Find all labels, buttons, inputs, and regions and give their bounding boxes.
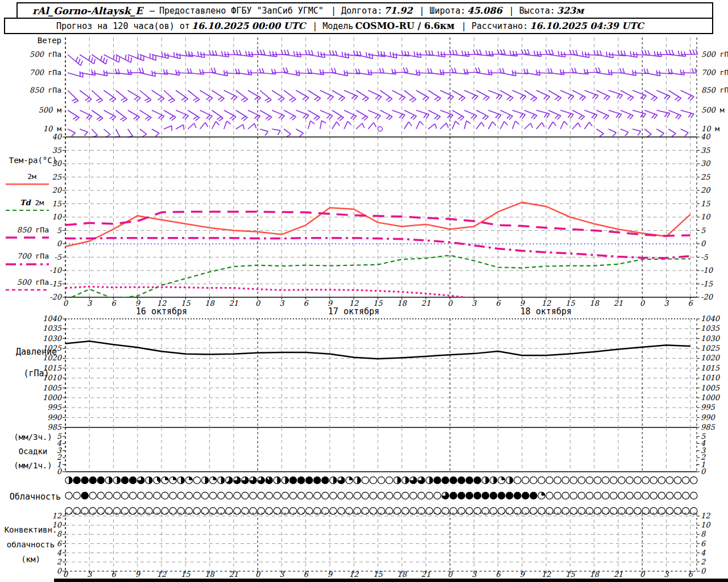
svg-text:2: 2 [701, 558, 706, 566]
svg-text:0: 0 [255, 570, 261, 579]
svg-text:6: 6 [57, 539, 63, 548]
svg-text:30: 30 [701, 159, 711, 168]
svg-text:990: 990 [701, 413, 716, 422]
svg-text:15: 15 [373, 570, 383, 579]
svg-text:9: 9 [328, 570, 333, 579]
svg-text:700 гПа: 700 гПа [701, 68, 728, 77]
svg-text:1005: 1005 [701, 384, 720, 392]
svg-text:-10: -10 [701, 266, 714, 275]
svg-text:850 гПа: 850 гПа [30, 86, 61, 94]
svg-text:1000: 1000 [43, 393, 63, 402]
svg-text:-5: -5 [54, 253, 61, 261]
calculated-label: Рассчитано: [471, 21, 528, 31]
svg-text:Облачность: Облачность [10, 492, 61, 502]
bottom-x-axis: 036912151821036912151821036912151821036 [54, 570, 728, 582]
svg-text:-5: -5 [701, 253, 708, 261]
svg-text:(мм/3ч.): (мм/3ч.) [14, 433, 52, 442]
svg-text:10: 10 [701, 213, 711, 221]
svg-text:21: 21 [614, 299, 623, 307]
meteogram-page: Ветер500 гПа500 гПа700 гПа700 гПа850 гПа… [0, 0, 728, 582]
svg-text:985: 985 [701, 423, 715, 431]
svg-text:21: 21 [614, 570, 623, 579]
svg-text:8: 8 [701, 530, 706, 538]
svg-text:6: 6 [701, 539, 706, 548]
separator: | [504, 6, 519, 16]
model-label: Модель [322, 21, 353, 31]
svg-text:500 гПа: 500 гПа [30, 50, 61, 59]
temperature-x-axis: 0369121518210369121518210369121518210361… [63, 299, 694, 317]
altitude-value: 323м [555, 5, 585, 16]
svg-text:0: 0 [255, 299, 261, 307]
svg-text:500 м: 500 м [701, 106, 725, 114]
wind-panel: Ветер500 гПа500 гПа700 гПа700 гПа850 гПа… [30, 36, 728, 136]
svg-text:0: 0 [57, 467, 63, 476]
bottom-bar [54, 579, 728, 582]
svg-text:10 м: 10 м [701, 124, 719, 133]
svg-text:21: 21 [229, 570, 239, 579]
precipitation-panel: 554433221100(мм/3ч.)Осадки(мм/1ч.) [14, 427, 706, 476]
svg-text:1025: 1025 [701, 344, 720, 352]
pressure-panel: 1040104010351035103010301025102510201020… [16, 314, 721, 431]
svg-text:995: 995 [47, 403, 62, 411]
svg-text:1020: 1020 [701, 354, 721, 362]
svg-text:1000: 1000 [701, 393, 721, 402]
svg-text:17 октября: 17 октября [328, 306, 379, 317]
header-row-station: rAl_Gorno-Altaysk_E — Предоставлено ФГБУ… [16, 2, 713, 19]
svg-text:6: 6 [496, 299, 502, 307]
svg-text:3: 3 [664, 299, 669, 307]
svg-text:850 гПа: 850 гПа [17, 226, 49, 234]
svg-text:20: 20 [52, 186, 62, 194]
svg-text:2м: 2м [27, 172, 36, 181]
svg-text:25: 25 [52, 173, 61, 181]
wind-barbs-row [68, 120, 688, 137]
meteogram-chart: Ветер500 гПа500 гПа700 гПа700 гПа850 гПа… [0, 0, 728, 582]
svg-text:1005: 1005 [43, 384, 62, 392]
svg-text:1030: 1030 [701, 334, 721, 343]
separator: | [414, 6, 429, 16]
cloud-row [65, 492, 697, 499]
series-500 гПа [65, 286, 474, 298]
svg-text:(мм/1ч.): (мм/1ч.) [14, 461, 52, 470]
cloudiness-panel: Облачность [10, 492, 61, 502]
svg-text:10: 10 [701, 521, 711, 529]
svg-text:25: 25 [701, 173, 710, 181]
svg-text:12: 12 [541, 570, 551, 579]
svg-text:16 октября: 16 октября [136, 306, 187, 317]
svg-text:20: 20 [701, 186, 711, 194]
svg-text:1015: 1015 [701, 364, 720, 372]
svg-text:15: 15 [701, 199, 710, 208]
svg-text:(км): (км) [21, 555, 40, 564]
svg-text:990: 990 [47, 413, 63, 422]
svg-text:0: 0 [448, 299, 453, 307]
svg-text:1030: 1030 [43, 334, 63, 343]
svg-text:Осадки: Осадки [19, 447, 48, 456]
model-name: COSMO-RU / 6.6км [353, 20, 456, 31]
svg-text:1035: 1035 [43, 324, 62, 332]
svg-text:6: 6 [688, 570, 694, 579]
svg-text:18: 18 [589, 570, 599, 579]
svg-text:Ветер: Ветер [38, 36, 61, 45]
svg-text:4: 4 [701, 548, 706, 557]
svg-text:3: 3 [87, 299, 93, 307]
svg-text:15: 15 [181, 570, 191, 579]
svg-text:Td 2м: Td 2м [20, 198, 44, 207]
svg-text:5: 5 [57, 226, 62, 235]
svg-text:18: 18 [589, 299, 599, 307]
svg-text:18: 18 [205, 299, 215, 307]
svg-text:700 гПа: 700 гПа [30, 68, 61, 77]
svg-text:12: 12 [52, 512, 61, 520]
cloud-row [65, 477, 697, 484]
svg-text:-10: -10 [49, 266, 63, 275]
svg-text:10: 10 [52, 213, 62, 221]
svg-text:8: 8 [57, 530, 63, 538]
svg-text:18: 18 [397, 299, 407, 307]
wind-barbs-row [68, 49, 698, 66]
svg-text:6: 6 [303, 299, 309, 307]
svg-text:2: 2 [57, 558, 62, 566]
svg-text:700 гПа: 700 гПа [17, 252, 49, 260]
svg-text:облачность: облачность [7, 540, 55, 549]
svg-text:3: 3 [87, 570, 93, 579]
svg-text:15: 15 [565, 570, 575, 579]
latitude-label: Широта: [429, 6, 465, 16]
header-row-forecast: Прогноз на 120 часа(ов) от 16.10.2025 00… [4, 18, 713, 34]
